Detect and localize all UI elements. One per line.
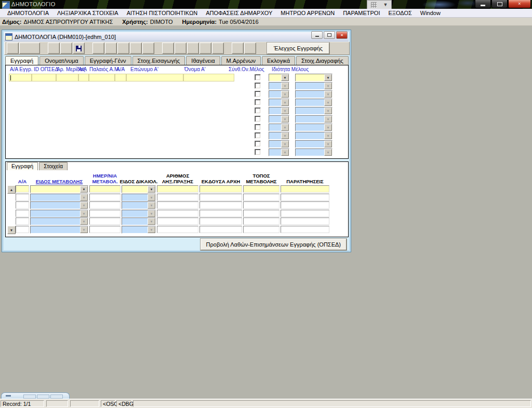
act-number-cell[interactable] <box>157 210 198 217</box>
minimize-button[interactable] <box>475 0 491 8</box>
member-select[interactable]: ▼ <box>269 90 289 98</box>
menu-mitroo-arrenon[interactable]: ΜΗΤΡΩΟ ΑΡΡΕΝΩΝ <box>276 10 339 16</box>
chevron-down-icon[interactable]: ▼ <box>324 99 332 106</box>
tab-eggrafi-genn[interactable]: Εγγραφή-Γένν <box>85 56 131 65</box>
member-select[interactable]: ▼ <box>269 107 289 115</box>
toolbar-blank-button[interactable] <box>212 43 224 54</box>
chevron-down-icon[interactable]: ▼ <box>80 186 88 193</box>
toolbar-blank-button[interactable] <box>19 43 40 54</box>
issuing-authority-cell[interactable] <box>200 185 242 193</box>
toolbar-blank-button[interactable] <box>162 43 174 54</box>
change-date-cell[interactable] <box>89 210 121 217</box>
chevron-down-icon[interactable]: ▼ <box>324 107 332 114</box>
composite-name-checkbox[interactable] <box>255 132 261 139</box>
close-button[interactable]: × <box>508 0 531 8</box>
chevron-down-icon[interactable]: ▼ <box>324 116 332 123</box>
member-select[interactable]: ▼ <box>269 124 289 131</box>
toolbar-blank-button[interactable] <box>142 43 154 54</box>
detail-tab-eggrafi[interactable]: Εγγραφή <box>7 162 38 170</box>
menu-window[interactable]: Window <box>416 10 445 16</box>
composite-name-checkbox[interactable] <box>255 91 261 97</box>
menu-aitisi-pistopoiitikon[interactable]: ΑΙΤΗΣΗ ΠΙΣΤΟΠΟΙΗΤΙΚΩΝ <box>123 10 202 16</box>
composite-name-checkbox[interactable] <box>255 124 261 130</box>
composite-name-checkbox[interactable] <box>255 116 261 122</box>
tab-eklogika[interactable]: Εκλογικά <box>262 56 295 65</box>
registry-field[interactable] <box>183 74 234 81</box>
toolbar-blank-button[interactable] <box>92 43 104 54</box>
notes-cell[interactable] <box>281 226 329 233</box>
chevron-down-icon[interactable]: ▼ <box>148 194 155 201</box>
toolbar-blank-button[interactable] <box>130 43 142 54</box>
chevron-down-icon[interactable]: ▼ <box>281 124 289 131</box>
chevron-down-icon[interactable]: ▼ <box>80 210 88 217</box>
toolbar-blank-button[interactable] <box>7 43 19 54</box>
document-type-select[interactable]: ▼ <box>122 201 156 209</box>
chevron-down-icon[interactable]: ▼ <box>281 116 289 123</box>
toolbar-blank-button[interactable] <box>187 43 199 54</box>
composite-name-checkbox[interactable] <box>255 107 261 114</box>
toolbar-blank-button[interactable] <box>117 43 129 54</box>
member-select[interactable]: ▼ <box>269 132 289 140</box>
chevron-down-icon[interactable]: ▼ <box>281 91 289 98</box>
menu-lixiarxika-stoixeia[interactable]: ΛΗΞΙΑΡΧΙΚΑ ΣΤΟΙΧΕΙΑ <box>53 10 123 16</box>
chevron-down-icon[interactable]: ▼ <box>324 149 332 156</box>
member-role-select[interactable]: ▼ <box>295 107 332 115</box>
chevron-down-icon[interactable]: ▼ <box>324 132 332 139</box>
scroll-up-button[interactable]: ▲ <box>7 185 16 194</box>
toolbar-blank-button[interactable] <box>200 43 211 54</box>
registry-field[interactable] <box>78 74 89 81</box>
act-number-cell[interactable] <box>157 217 198 225</box>
change-place-cell[interactable] <box>243 194 280 201</box>
aa-cell[interactable] <box>16 185 29 193</box>
notes-cell[interactable] <box>281 194 329 201</box>
change-type-select[interactable]: ▼ <box>30 201 88 209</box>
issuing-authority-cell[interactable] <box>200 226 242 233</box>
change-date-cell[interactable] <box>89 194 121 201</box>
change-place-cell[interactable] <box>243 201 280 209</box>
form-minimize-button[interactable] <box>311 31 323 39</box>
change-date-cell[interactable] <box>89 185 121 193</box>
restore-button[interactable] <box>491 0 508 8</box>
chevron-down-icon[interactable]: ▼ <box>80 218 88 225</box>
chevron-down-icon[interactable]: ▼ <box>148 226 155 233</box>
chevron-down-icon[interactable]: ▼ <box>148 186 155 193</box>
change-type-select[interactable]: ▼ <box>30 194 88 201</box>
check-record-button[interactable]: Έλεγχος Εγγραφής <box>267 43 329 54</box>
registry-field[interactable] <box>56 74 78 81</box>
tab-ithageneia[interactable]: Ιθαγένεια <box>186 56 220 65</box>
chevron-down-icon[interactable]: ▼ <box>148 218 155 225</box>
document-type-select[interactable]: ▼ <box>122 217 156 225</box>
member-role-select[interactable]: ▼ <box>295 74 332 81</box>
aa-cell[interactable] <box>16 201 29 209</box>
chevron-down-icon[interactable]: ▼ <box>80 226 88 233</box>
member-role-select[interactable]: ▼ <box>295 99 332 106</box>
minimized-button-3[interactable] <box>50 395 63 399</box>
chevron-down-icon[interactable]: ▼ <box>281 107 289 114</box>
aa-cell[interactable] <box>16 217 29 225</box>
registry-field[interactable] <box>89 74 115 81</box>
document-type-select[interactable]: ▼ <box>122 194 156 201</box>
change-date-cell[interactable] <box>89 201 121 209</box>
toolbar-blank-button[interactable] <box>232 43 244 54</box>
member-role-select[interactable]: ▼ <box>295 115 332 123</box>
chevron-down-icon[interactable]: ▼ <box>324 91 332 98</box>
tab-stoix-diagrafis[interactable]: Στοιχ.Διαγραφής <box>296 56 349 65</box>
change-date-cell[interactable] <box>89 226 121 233</box>
member-select[interactable]: ▼ <box>269 148 289 156</box>
change-place-cell[interactable] <box>243 210 280 217</box>
change-place-cell[interactable] <box>243 185 280 193</box>
form-close-button[interactable]: × <box>336 31 348 39</box>
member-role-select[interactable]: ▼ <box>295 124 332 131</box>
toolbar-blank-button[interactable] <box>175 43 187 54</box>
chevron-down-icon[interactable]: ▼ <box>281 83 289 89</box>
issuing-authority-cell[interactable] <box>200 217 242 225</box>
issuing-authority-cell[interactable] <box>200 194 242 201</box>
tab-m-arrenon[interactable]: Μ.Αρρένων <box>221 56 261 65</box>
notes-cell[interactable] <box>281 201 329 209</box>
chevron-down-icon[interactable]: ▼ <box>281 141 289 147</box>
composite-name-checkbox[interactable] <box>255 149 261 155</box>
menu-parametroi[interactable]: ΠΑΡΑΜΕΤΡΟΙ <box>339 10 384 16</box>
tab-onomatonyma[interactable]: Ονοματ/νυμα <box>39 56 84 65</box>
tab-eggrafi[interactable]: Εγγραφή <box>5 56 38 65</box>
chevron-down-icon[interactable]: ▼ <box>148 210 155 217</box>
